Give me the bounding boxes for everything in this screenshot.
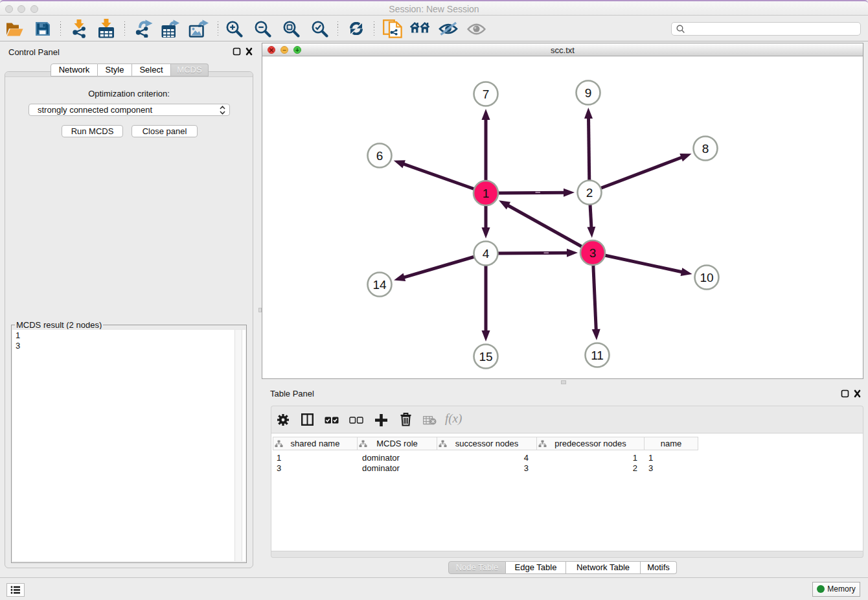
svg-text:1: 1 xyxy=(483,187,490,200)
svg-text:8: 8 xyxy=(702,142,709,156)
svg-text:7: 7 xyxy=(483,87,490,101)
svg-text:6: 6 xyxy=(376,149,383,163)
svg-text:3: 3 xyxy=(589,246,597,260)
svg-text:10: 10 xyxy=(700,271,713,284)
svg-text:11: 11 xyxy=(591,349,604,362)
svg-text:14: 14 xyxy=(372,278,387,292)
svg-text:2: 2 xyxy=(586,186,593,200)
svg-text:4: 4 xyxy=(483,247,490,260)
svg-text:15: 15 xyxy=(479,350,492,363)
svg-text:9: 9 xyxy=(585,86,592,100)
